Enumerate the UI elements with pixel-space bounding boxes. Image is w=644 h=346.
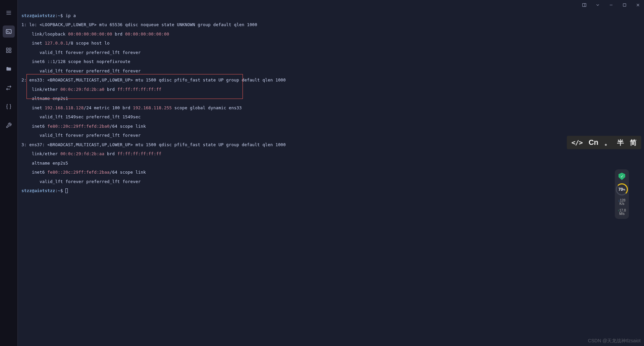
tool-icon [6, 122, 12, 128]
prompt-symbol: $ [60, 13, 63, 18]
ime-punctuation[interactable]: 。 [604, 138, 611, 147]
ipv6-address: fe80::20c:29ff:fefd:2ba0 [47, 124, 109, 129]
ime-indicator[interactable]: </> Cn 。 半 简 [567, 136, 641, 149]
shield-icon[interactable]: ✓ [619, 173, 625, 180]
ime-code-icon[interactable]: </> [572, 138, 583, 147]
output-line: link/ether 00:0c:29:fd:2b:aa brd ff:ff:f… [21, 152, 637, 156]
output-line: link/loopback 00:00:00:00:00:00 brd 00:0… [21, 32, 637, 37]
close-icon [636, 3, 640, 7]
output-line: inet6 ::1/128 scope host noprefixroute [21, 59, 637, 64]
output-line: link/ether 00:0c:29:fd:2b:a0 brd ff:ff:f… [21, 87, 637, 92]
folder-icon [6, 66, 12, 72]
minimize-icon [609, 3, 613, 7]
prompt-user: stzz [21, 13, 32, 18]
ime-language[interactable]: Cn [589, 138, 598, 147]
command-text: ip a [65, 13, 76, 18]
prompt-line: stzz@aiotstzz:~$ ip a [21, 13, 637, 18]
output-line: valid_lft forever preferred_lft forever [21, 50, 637, 55]
ime-width-mode[interactable]: 半 [617, 138, 624, 147]
svg-rect-3 [6, 30, 11, 34]
output-line: inet 127.0.0.1/8 scope host lo [21, 41, 637, 46]
output-line: inet6 fe80::20c:29ff:fefd:2baa/64 scope … [21, 170, 637, 175]
chevron-down-icon [595, 3, 600, 7]
upload-speed: ↑17.8M/s [618, 209, 626, 216]
prompt-line: stzz@aiotstzz:~$ [21, 188, 637, 193]
mac-address: 00:00:00:00:00:00 [68, 32, 112, 37]
maximize-icon [622, 3, 627, 7]
svg-rect-8 [9, 51, 11, 53]
output-line: inet 192.168.118.128/24 metric 100 brd 1… [21, 106, 637, 110]
mac-address: ff:ff:ff:ff:ff:ff [117, 87, 161, 92]
terminal-icon [6, 28, 12, 35]
grid-icon [6, 47, 12, 53]
ip-address: 127.0.0.1 [45, 41, 68, 46]
ip-address: 192.168.118.128 [45, 105, 84, 110]
svg-rect-7 [6, 51, 8, 53]
dropdown-button[interactable] [594, 1, 602, 9]
prompt-path: ~ [58, 13, 60, 18]
cursor [65, 188, 68, 193]
mac-address: ff:ff:ff:ff:ff:ff [117, 151, 161, 156]
sidebar-settings-button[interactable] [3, 119, 15, 131]
system-monitor-widget[interactable]: ✓ 70% ↓128K/s ↑17.8M/s [615, 169, 629, 219]
download-speed: ↓128K/s [618, 199, 625, 206]
sidebar-files-button[interactable] [3, 63, 15, 75]
menu-icon [6, 10, 12, 16]
svg-rect-9 [583, 3, 586, 6]
watermark: CSDN @天龙战神tlzsaiot [588, 338, 641, 344]
minimize-button[interactable] [607, 1, 615, 9]
prompt-host: aiotstzz [35, 13, 55, 18]
svg-rect-6 [9, 48, 11, 50]
output-line: altname enp2s5 [21, 161, 637, 166]
svg-rect-12 [623, 4, 626, 6]
output-line: 1: lo: <LOOPBACK,UP,LOWER_UP> mtu 65536 … [21, 22, 637, 27]
output-line: altname enp2s1 [21, 96, 637, 101]
output-line: inet6 fe80::20c:29ff:fefd:2ba0/64 scope … [21, 124, 637, 129]
sidebar-transfer-button[interactable] [3, 82, 15, 94]
terminal-output[interactable]: stzz@aiotstzz:~$ ip a 1: lo: <LOOPBACK,U… [21, 9, 637, 198]
braces-icon [6, 104, 12, 110]
output-line: valid_lft forever preferred_lft forever [21, 69, 637, 73]
svg-rect-5 [6, 48, 8, 50]
output-line: valid_lft forever preferred_lft forever [21, 179, 637, 184]
close-button[interactable] [634, 1, 642, 9]
activity-bar [0, 0, 18, 346]
ime-simplified[interactable]: 简 [630, 138, 637, 147]
output-line: 2: ens33: <BROADCAST,MULTICAST,UP,LOWER_… [21, 78, 637, 82]
mac-address: 00:0c:29:fd:2b:a0 [60, 87, 104, 92]
output-line: 3: ens37: <BROADCAST,MULTICAST,UP,LOWER_… [21, 142, 637, 147]
layout-icon [582, 3, 587, 7]
mac-address: 00:0c:29:fd:2b:aa [60, 151, 104, 156]
output-line: valid_lft 1549sec preferred_lft 1549sec [21, 115, 637, 119]
layout-button[interactable] [580, 1, 588, 9]
sidebar-menu-button[interactable] [3, 7, 15, 19]
sidebar-terminal-button[interactable] [3, 25, 15, 38]
ip-address: 192.168.118.255 [133, 105, 172, 110]
output-line: valid_lft forever preferred_lft forever [21, 133, 637, 138]
mac-address: 00:00:00:00:00:00 [125, 32, 169, 37]
cpu-ring[interactable]: 70% [616, 183, 628, 195]
sidebar-braces-button[interactable] [3, 101, 15, 113]
maximize-button[interactable] [621, 1, 629, 9]
transfer-icon [6, 85, 12, 91]
sidebar-grid-button[interactable] [3, 44, 15, 56]
ipv6-address: fe80::20c:29ff:fefd:2baa [47, 170, 109, 175]
